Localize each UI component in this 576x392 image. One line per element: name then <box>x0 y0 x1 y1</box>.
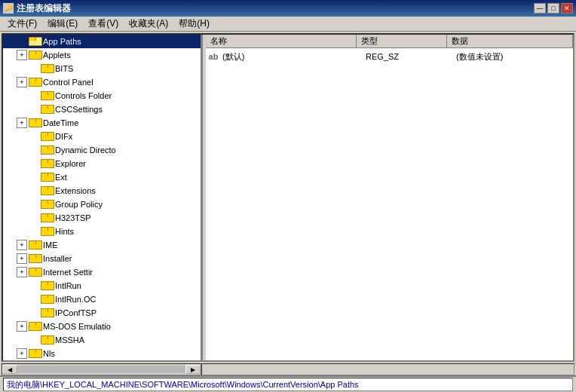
app-icon: 🔑 <box>3 3 14 14</box>
tree-item-mssha[interactable]: MSSHA <box>3 333 201 347</box>
tree-label-ext: Ext <box>55 173 67 182</box>
window-title: 注册表编辑器 <box>17 2 71 15</box>
tree-label-app-paths: App Paths <box>43 37 81 46</box>
expand-installer[interactable]: + <box>17 253 27 264</box>
tree-label-applets: Applets <box>43 51 71 60</box>
folder-icon-ipconftsp <box>41 308 53 317</box>
menu-help[interactable]: 帮助(H) <box>174 16 214 32</box>
status-bar: 我的电脑\HKEY_LOCAL_MACHINE\SOFTWARE\Microso… <box>0 375 576 392</box>
tree-item-ipconftsp[interactable]: IPConfTSP <box>3 306 201 320</box>
tree-label-installer: Installer <box>43 254 72 263</box>
scroll-right-btn[interactable]: ▶ <box>185 365 201 374</box>
tree-item-nls[interactable]: + Nls <box>3 347 201 360</box>
tree-item-intlrun-oc[interactable]: IntlRun.OC <box>3 292 201 306</box>
tree-label-difx: DIFx <box>55 132 72 141</box>
tree-label-dynamic-directo: Dynamic Directo <box>55 145 116 155</box>
tree-item-internet-settir[interactable]: + Internet Settir <box>3 265 201 279</box>
folder-icon-difx <box>41 132 53 141</box>
h-scrollbar-tree[interactable]: ◀ ▶ <box>2 363 201 375</box>
folder-icon-hints <box>41 227 53 236</box>
close-button[interactable]: ✕ <box>561 3 573 14</box>
tree-item-hints[interactable]: Hints <box>3 225 201 238</box>
status-bar-path: 我的电脑\HKEY_LOCAL_MACHINE\SOFTWARE\Microso… <box>3 378 573 391</box>
menu-view[interactable]: 查看(V) <box>84 16 123 32</box>
right-pane-header: 名称 类型 数据 <box>206 35 573 48</box>
tree-item-explorer[interactable]: Explorer <box>3 157 201 170</box>
folder-icon-ms-dos-emulatio <box>29 322 41 331</box>
tree-item-difx[interactable]: DIFx <box>3 130 201 143</box>
menu-edit[interactable]: 编辑(E) <box>43 16 82 32</box>
folder-icon-datetime <box>29 118 41 127</box>
tree-label-ms-dos-emulatio: MS-DOS Emulatio <box>43 322 111 331</box>
tree-label-ime: IME <box>43 240 58 250</box>
tree-label-group-policy: Group Policy <box>55 200 103 209</box>
maximize-button[interactable]: □ <box>547 3 559 14</box>
menu-file[interactable]: 文件(F) <box>3 16 41 32</box>
tree-item-control-panel[interactable]: + Control Panel <box>3 75 201 89</box>
tree-item-intlrun[interactable]: IntlRun <box>3 279 201 292</box>
expand-nls[interactable]: + <box>17 348 27 359</box>
expand-datetime[interactable]: + <box>17 118 27 128</box>
tree-item-datetime[interactable]: + DateTime <box>3 116 201 130</box>
tree-item-extensions[interactable]: Extensions <box>3 184 201 198</box>
tree-pane[interactable]: App Paths + Applets BITS + Control Panel… <box>3 35 203 360</box>
expand-control-panel[interactable]: + <box>17 77 27 87</box>
folder-icon-internet-settir <box>29 268 41 277</box>
title-buttons: — □ ✕ <box>534 3 573 14</box>
expand-placeholder-app-paths <box>17 36 27 47</box>
tree-label-extensions: Extensions <box>55 186 96 195</box>
tree-item-ext[interactable]: Ext <box>3 170 201 184</box>
expand-internet-settir[interactable]: + <box>17 267 27 277</box>
tree-item-applets[interactable]: + Applets <box>3 48 201 62</box>
tree-item-h323tsp[interactable]: H323TSP <box>3 211 201 225</box>
folder-icon-app-paths <box>29 37 41 46</box>
tree-item-cscsettings[interactable]: CSCSettings <box>3 103 201 116</box>
minimize-button[interactable]: — <box>534 3 546 14</box>
folder-icon-mssha <box>41 335 53 345</box>
folder-icon-dynamic-directo <box>41 145 53 155</box>
folder-icon-group-policy <box>41 200 53 209</box>
pane-container: App Paths + Applets BITS + Control Panel… <box>2 33 574 362</box>
main-container: App Paths + Applets BITS + Control Panel… <box>0 32 576 375</box>
reg-value-data: (数值未设置) <box>456 51 571 63</box>
tree-label-mssha: MSSHA <box>55 335 84 345</box>
scroll-track <box>17 366 185 373</box>
tree-label-h323tsp: H323TSP <box>55 213 91 222</box>
reg-value-type: REG_SZ <box>366 52 456 61</box>
tree-item-bits[interactable]: BITS <box>3 62 201 75</box>
tree-item-controls-folder[interactable]: Controls Folder <box>3 89 201 103</box>
tree-item-ime[interactable]: + IME <box>3 238 201 252</box>
tree-label-bits: BITS <box>55 64 73 73</box>
menu-favorites[interactable]: 收藏夹(A) <box>124 16 173 32</box>
tree-label-controls-folder: Controls Folder <box>55 91 112 100</box>
tree-label-intlrun-oc: IntlRun.OC <box>55 295 96 304</box>
tree-label-explorer: Explorer <box>55 159 86 168</box>
h-scrollbar-right[interactable] <box>201 363 574 375</box>
folder-icon-intlrun <box>41 281 53 290</box>
folder-icon-ext <box>41 173 53 182</box>
tree-label-datetime: DateTime <box>43 118 78 127</box>
tree-item-ms-dos-emulatio[interactable]: + MS-DOS Emulatio <box>3 320 201 333</box>
expand-applets[interactable]: + <box>17 50 27 60</box>
tree-item-app-paths[interactable]: App Paths <box>3 35 201 48</box>
col-header-type: 类型 <box>357 35 447 47</box>
folder-icon-extensions <box>41 186 53 195</box>
folder-icon-nls <box>29 349 41 358</box>
title-bar-left: 🔑 注册表编辑器 <box>3 2 71 15</box>
reg-value-name: (默认) <box>222 51 366 63</box>
registry-row-default[interactable]: ab (默认) REG_SZ (数值未设置) <box>207 50 571 63</box>
tree-item-dynamic-directo[interactable]: Dynamic Directo <box>3 143 201 157</box>
folder-icon-ime <box>29 240 41 250</box>
expand-ms-dos-emulatio[interactable]: + <box>17 321 27 332</box>
tree-label-ipconftsp: IPConfTSP <box>55 308 97 317</box>
tree-item-installer[interactable]: + Installer <box>3 252 201 265</box>
expand-ime[interactable]: + <box>17 240 27 250</box>
scroll-left-btn[interactable]: ◀ <box>2 365 17 374</box>
scrollbar-area: ◀ ▶ <box>2 363 574 375</box>
folder-icon-cscsettings <box>41 105 53 114</box>
col-header-data: 数据 <box>447 35 573 47</box>
tree-label-control-panel: Control Panel <box>43 78 93 87</box>
tree-item-group-policy[interactable]: Group Policy <box>3 198 201 211</box>
tree-label-cscsettings: CSCSettings <box>55 105 103 114</box>
menu-bar: 文件(F) 编辑(E) 查看(V) 收藏夹(A) 帮助(H) <box>0 17 576 32</box>
